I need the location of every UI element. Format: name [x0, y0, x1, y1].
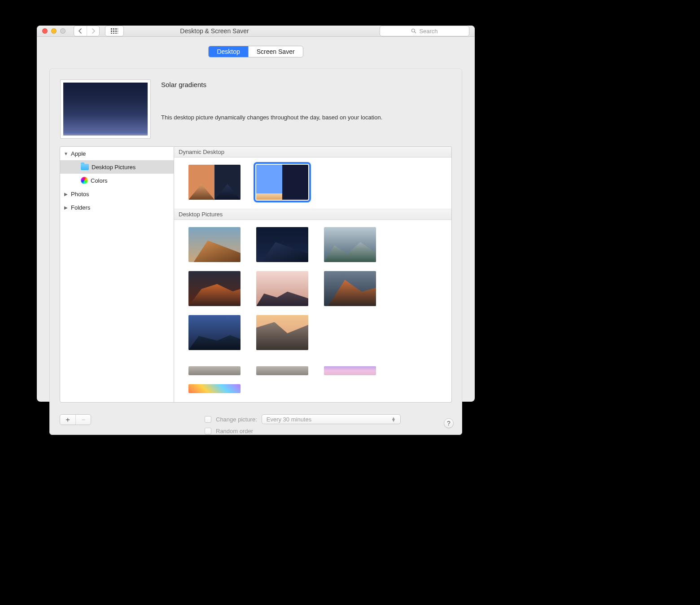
sidebar-item-label: Colors — [91, 177, 108, 184]
change-picture-checkbox[interactable] — [205, 416, 211, 423]
prefs-window: Desktop & Screen Saver Search Desktop Sc… — [37, 26, 475, 402]
sidebar-item-label: Folders — [71, 204, 90, 211]
remove-folder-button[interactable]: － — [75, 415, 91, 425]
sidebar-item-label: Photos — [71, 191, 89, 197]
sidebar-item-label: Apple — [71, 150, 86, 157]
change-interval-popup[interactable]: Every 30 minutes ▲▼ — [262, 414, 401, 424]
search-field[interactable]: Search — [380, 26, 469, 36]
chevron-down-icon: ▼ — [64, 151, 68, 156]
svg-rect-4 — [111, 31, 112, 32]
svg-rect-5 — [113, 31, 114, 32]
sidebar-item-colors[interactable]: Colors — [60, 174, 174, 187]
search-icon — [411, 28, 416, 34]
thumb-partial-1[interactable] — [188, 366, 241, 375]
current-desktop-preview — [61, 80, 150, 138]
section-dynamic-desktop: Dynamic Desktop — [174, 147, 451, 158]
thumb-partial-4[interactable] — [188, 384, 241, 393]
thumb-partial-2[interactable] — [256, 366, 308, 375]
back-button[interactable] — [74, 26, 87, 36]
svg-point-12 — [412, 29, 415, 32]
tab-control: Desktop Screen Saver — [208, 46, 303, 57]
picture-gallery[interactable]: Dynamic Desktop Desktop Pictures — [174, 146, 452, 403]
svg-rect-3 — [118, 28, 118, 30]
svg-rect-9 — [113, 33, 114, 34]
chevron-right-icon: ▶ — [64, 192, 68, 197]
random-order-checkbox[interactable] — [205, 428, 211, 434]
svg-rect-0 — [111, 28, 112, 30]
thumb-el-capitan[interactable] — [324, 271, 376, 306]
selection-description: This desktop picture dynamically changes… — [161, 114, 412, 122]
thumb-solar-gradients[interactable] — [256, 165, 308, 200]
thumb-mojave-night[interactable] — [256, 227, 308, 262]
svg-rect-8 — [111, 33, 112, 34]
selection-header: Solar gradients This desktop picture dyn… — [50, 69, 462, 146]
sidebar-item-apple[interactable]: ▼ Apple — [60, 147, 174, 160]
thumb-yosemite-5[interactable] — [256, 315, 308, 350]
folder-icon — [81, 164, 89, 170]
footer: ＋ － Change picture: Every 30 minutes ▲▼ — [50, 409, 462, 434]
add-remove-control: ＋ － — [60, 414, 91, 425]
sidebar-item-folders[interactable]: ▶ Folders — [60, 201, 174, 214]
add-folder-button[interactable]: ＋ — [60, 415, 75, 425]
thumb-sierra-2[interactable] — [256, 271, 308, 306]
svg-rect-6 — [115, 31, 117, 32]
thumb-yosemite[interactable] — [188, 315, 241, 350]
window-toolbar: Desktop & Screen Saver Search — [37, 26, 475, 37]
sidebar-item-photos[interactable]: ▶ Photos — [60, 187, 174, 201]
search-placeholder: Search — [419, 28, 438, 35]
show-all-prefs-button[interactable] — [105, 26, 124, 36]
stepper-icon: ▲▼ — [391, 417, 396, 421]
tab-desktop[interactable]: Desktop — [209, 46, 248, 57]
minimize-window-button[interactable] — [51, 28, 57, 34]
content-box: Solar gradients This desktop picture dyn… — [49, 69, 462, 435]
color-wheel-icon — [81, 177, 88, 184]
selection-name: Solar gradients — [161, 81, 451, 88]
traffic-lights — [42, 28, 66, 34]
sidebar-item-desktop-pictures[interactable]: Desktop Pictures — [60, 160, 174, 174]
thumb-partial-3[interactable] — [324, 366, 376, 375]
window-body: Desktop Screen Saver Solar gradients Thi… — [37, 37, 475, 443]
svg-rect-10 — [115, 33, 117, 34]
thumb-mojave-dynamic[interactable] — [188, 165, 241, 200]
svg-line-13 — [415, 32, 416, 33]
zoom-window-button[interactable] — [60, 28, 66, 34]
nav-back-forward — [74, 26, 100, 36]
random-order-label: Random order — [216, 428, 253, 434]
thumb-mojave-day[interactable] — [188, 227, 241, 262]
section-desktop-pictures: Desktop Pictures — [174, 209, 451, 220]
close-window-button[interactable] — [42, 28, 48, 34]
sidebar-item-label: Desktop Pictures — [92, 164, 136, 171]
source-sidebar: ▼ Apple Desktop Pictures Colors — [60, 146, 174, 403]
window-title: Desktop & Screen Saver — [147, 27, 282, 35]
thumb-sierra[interactable] — [188, 271, 241, 306]
svg-rect-1 — [113, 28, 114, 30]
svg-rect-11 — [118, 33, 118, 34]
change-picture-label: Change picture: — [216, 416, 257, 423]
preview-image — [63, 83, 148, 136]
help-button[interactable]: ? — [444, 418, 454, 428]
forward-button[interactable] — [87, 26, 99, 36]
chevron-right-icon: ▶ — [64, 205, 68, 210]
change-interval-value: Every 30 minutes — [267, 416, 311, 423]
svg-rect-7 — [118, 31, 118, 32]
svg-rect-2 — [115, 28, 117, 30]
thumb-high-sierra[interactable] — [324, 227, 376, 262]
tab-screen-saver[interactable]: Screen Saver — [248, 46, 303, 57]
